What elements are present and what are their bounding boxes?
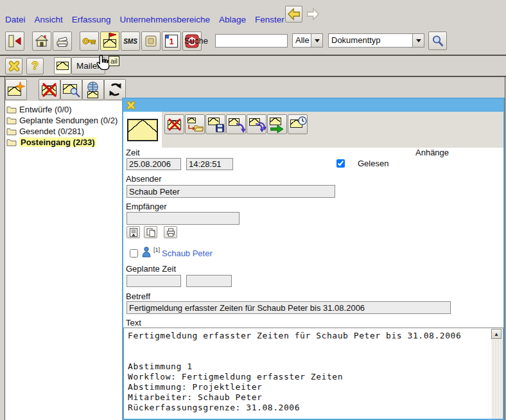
key-button[interactable] xyxy=(80,31,99,51)
msg-reply-icon xyxy=(229,118,244,132)
search-button[interactable] xyxy=(428,31,447,50)
folder-item-label: Entwürfe (0/0) xyxy=(19,105,72,114)
betreff-field[interactable] xyxy=(126,301,451,314)
recipient-link[interactable]: Schaub Peter xyxy=(162,249,213,258)
calendar-button[interactable]: 1 xyxy=(162,31,181,51)
close-button[interactable] xyxy=(5,58,22,74)
delete-mail-button[interactable] xyxy=(39,79,60,100)
menu-bar: Datei Ansicht Erfassung Unternehmensbere… xyxy=(5,15,284,24)
address-list-icon xyxy=(129,228,138,237)
exit-button[interactable] xyxy=(5,31,24,51)
msg-reply-all-icon xyxy=(249,118,265,132)
forward-arrow-icon xyxy=(306,7,320,21)
scroll-up-icon: ▲ xyxy=(494,331,499,337)
archive-button[interactable] xyxy=(141,31,161,51)
msg-delete-icon xyxy=(167,118,182,131)
message-type-cell xyxy=(123,112,162,148)
folder-item-label: Geplante Sendungen (0/2) xyxy=(19,116,118,125)
date-field[interactable] xyxy=(126,158,181,170)
menu-item-datei[interactable]: Datei xyxy=(5,15,26,24)
folder-item-posteingang[interactable]: Posteingang (2/33) xyxy=(6,137,121,148)
mailer-tab-icon-button[interactable] xyxy=(54,57,71,74)
menu-item-fenster[interactable]: Fenster xyxy=(255,15,284,24)
msg-move-to-folder-button[interactable] xyxy=(185,114,205,134)
menu-item-erfassung[interactable]: Erfassung xyxy=(72,15,111,24)
application-window: Datei Ansicht Erfassung Unternehmensbere… xyxy=(0,0,506,420)
new-mail-button[interactable] xyxy=(5,79,27,100)
calendar-icon: 1 xyxy=(165,35,178,48)
empfaenger-field[interactable] xyxy=(126,212,240,225)
cursor-tooltip: ail xyxy=(109,56,119,66)
msg-save-button[interactable] xyxy=(205,114,225,134)
menu-item-ablage[interactable]: Ablage xyxy=(219,15,246,24)
dropdown-arrow-icon[interactable] xyxy=(311,34,322,47)
absender-field[interactable] xyxy=(126,185,335,198)
sms-button[interactable]: SMS xyxy=(121,31,140,51)
folder-item-gesendet[interactable]: Gesendet (0/281) xyxy=(6,126,121,137)
print-recipient-button[interactable] xyxy=(164,226,177,238)
archive-box-icon xyxy=(143,33,159,49)
planned-date-field[interactable] xyxy=(126,275,181,287)
time-field[interactable] xyxy=(186,158,233,170)
folder-icon xyxy=(6,127,17,136)
text-scrollbar[interactable]: ▲ xyxy=(491,329,502,420)
titlebar-close-icon[interactable] xyxy=(126,100,136,110)
search-mail-button[interactable] xyxy=(60,79,82,100)
absender-label: Absender xyxy=(126,174,162,184)
scroll-up-button[interactable]: ▲ xyxy=(491,329,502,339)
back-button[interactable] xyxy=(285,6,302,22)
empfaenger-label: Empfänger xyxy=(126,202,167,211)
msg-forward-icon xyxy=(270,118,285,132)
zeit-label: Zeit xyxy=(126,148,140,157)
key-icon xyxy=(82,33,97,49)
message-window: Zeit Anhänge Gelesen Absender Empfänger xyxy=(122,98,505,420)
folder-item-geplante-sendungen[interactable]: Geplante Sendungen (0/2) xyxy=(6,115,121,126)
folder-icon xyxy=(6,138,17,146)
msg-forward-button[interactable] xyxy=(267,114,287,134)
folder-item-label: Posteingang (2/33) xyxy=(19,137,96,147)
recipient-checkbox[interactable] xyxy=(130,249,138,258)
geplante-zeit-label: Geplante Zeit xyxy=(126,264,176,274)
copy-icon xyxy=(146,228,155,237)
planned-time-field[interactable] xyxy=(186,275,232,287)
help-button[interactable]: ? xyxy=(26,58,44,74)
person-icon xyxy=(142,247,151,258)
message-envelope-icon xyxy=(127,119,158,141)
delete-mail-icon xyxy=(41,83,58,97)
exit-icon xyxy=(7,33,22,49)
search-label: Suche xyxy=(184,36,208,46)
msg-reply-button[interactable] xyxy=(226,114,246,134)
folder-item-entwuerfe[interactable]: Entwürfe (0/0) xyxy=(6,104,121,115)
folder-icon xyxy=(6,116,17,125)
msg-reply-all-button[interactable] xyxy=(247,114,266,134)
refresh-icon xyxy=(107,82,123,98)
message-text-area[interactable]: Fertigmeldung erfasster Zeiten für Schau… xyxy=(123,328,503,420)
filter-select[interactable]: Alle xyxy=(292,33,323,48)
printer-icon xyxy=(55,33,70,49)
dropdown-arrow-icon[interactable] xyxy=(412,34,424,47)
msg-delete-button[interactable] xyxy=(164,114,184,134)
printer-small-icon xyxy=(166,228,175,237)
menu-item-unternehmensbereiche[interactable]: Unternehmensbereiche xyxy=(120,15,210,24)
gelesen-checkbox[interactable] xyxy=(336,159,345,168)
msg-move-to-folder-icon xyxy=(188,118,203,132)
betreff-label: Betreff xyxy=(126,292,150,301)
scrollbar-track[interactable] xyxy=(491,340,502,420)
doctype-select[interactable]: Dokumenttyp xyxy=(328,33,424,48)
home-button[interactable] xyxy=(32,31,51,51)
address-list-button[interactable] xyxy=(126,226,140,238)
msg-schedule-button[interactable] xyxy=(288,114,308,134)
back-arrow-icon xyxy=(287,7,301,21)
copy-button[interactable] xyxy=(144,226,157,238)
search-mail-icon xyxy=(63,83,80,97)
forward-button[interactable] xyxy=(304,6,321,22)
folder-icon xyxy=(6,105,17,114)
recipient-index: [1] xyxy=(153,247,160,253)
send-receive-button[interactable] xyxy=(82,79,104,100)
mail-flag-button[interactable] xyxy=(100,31,119,51)
msg-save-icon xyxy=(208,118,223,132)
print-button[interactable] xyxy=(53,31,72,51)
menu-item-ansicht[interactable]: Ansicht xyxy=(35,15,63,24)
search-input[interactable] xyxy=(215,34,288,48)
message-text: Fertigmeldung erfasster Zeiten für Schau… xyxy=(128,331,489,420)
